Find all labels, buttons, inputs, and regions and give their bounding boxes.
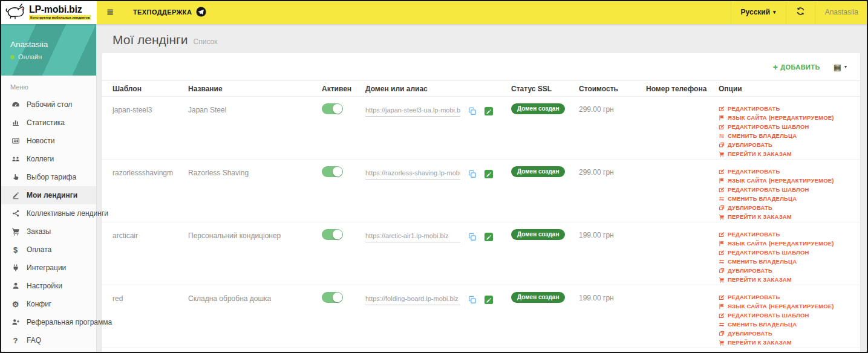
option-label: ДУБЛИРОВАТЬ (728, 330, 772, 337)
edit-domain-icon[interactable] (485, 170, 493, 178)
sidebar-item-payment[interactable]: $ Оплата (0, 241, 96, 259)
row-template: red (113, 285, 188, 348)
option-edit-template[interactable]: РЕДАКТИРОВАТЬ ШАБЛОН (719, 248, 849, 257)
option-edit[interactable]: РЕДАКТИРОВАТЬ (719, 167, 849, 176)
option-duplicate[interactable]: ДУБЛИРОВАТЬ (719, 266, 849, 275)
option-go-to-orders[interactable]: ПЕРЕЙТИ К ЗАКАЗАМ (719, 275, 849, 284)
option-edit[interactable]: РЕДАКТИРОВАТЬ (719, 230, 849, 239)
add-button[interactable]: + ДОБАВИТЬ (773, 62, 820, 72)
sidebar-item-referral[interactable]: Реферальная программа (0, 313, 96, 331)
sidebar-item-news[interactable]: Новости (0, 132, 96, 150)
language-dropdown[interactable]: Русский ▾ (731, 0, 786, 24)
option-edit[interactable]: РЕДАКТИРОВАТЬ (719, 293, 849, 302)
sidebar-item-faq[interactable]: ? FAQ (0, 331, 96, 349)
active-toggle[interactable] (322, 292, 343, 303)
sidebar-item-integrations[interactable]: Интеграции (0, 259, 96, 277)
table-view-dropdown[interactable]: ▦ ▾ (834, 62, 847, 72)
table-row: red Складна обробна дошка Домен создан (102, 285, 860, 348)
chevron-down-icon: ▾ (773, 9, 776, 15)
domain-input[interactable] (365, 103, 460, 117)
option-change-owner[interactable]: СМЕНИТЬ ВЛАДЕЛЬЦА (719, 257, 849, 266)
option-edit-template[interactable]: РЕДАКТИРОВАТЬ ШАБЛОН (719, 311, 849, 320)
sidebar-item-config[interactable]: ⚙ Конфиг (0, 295, 96, 313)
col-ssl-status: Статус SSL (511, 85, 579, 93)
sidebar-item-dashboard[interactable]: Рабочий стол (0, 96, 96, 114)
edit-template-icon (719, 124, 725, 130)
active-toggle[interactable] (322, 166, 343, 177)
copy-domain-icon[interactable] (468, 170, 477, 178)
option-go-to-orders[interactable]: ПЕРЕЙТИ К ЗАКАЗАМ (719, 212, 849, 221)
add-button-label: ДОБАВИТЬ (780, 63, 820, 71)
language-flag-icon (719, 303, 725, 309)
domain-input[interactable] (365, 166, 460, 180)
user-plus-icon (10, 318, 21, 326)
duplicate-icon (719, 331, 725, 337)
edit-domain-icon[interactable] (485, 296, 493, 304)
topbar-username[interactable]: Anastasiia (815, 0, 868, 24)
option-label: ПЕРЕЙТИ К ЗАКАЗАМ (728, 151, 792, 157)
table-row: clothes and shoes Чоловічі кросівки Дом (102, 348, 860, 353)
sidebar-user-status: Онлайн (10, 53, 96, 60)
copy-domain-icon[interactable] (468, 107, 477, 115)
sidebar-item-logout[interactable]: Выйти (0, 349, 96, 353)
col-active: Активен (322, 85, 365, 93)
option-duplicate[interactable]: ДУБЛИРОВАТЬ (719, 329, 849, 338)
table-body: japan-steel3 Japan Steel Домен создан (102, 97, 860, 353)
copy-domain-icon[interactable] (468, 233, 477, 241)
sidebar-item-colleagues[interactable]: Коллеги (0, 150, 96, 168)
sidebar-item-orders[interactable]: Заказы (0, 222, 96, 241)
option-duplicate[interactable]: ДУБЛИРОВАТЬ (719, 203, 849, 212)
option-edit-template[interactable]: РЕДАКТИРОВАТЬ ШАБЛОН (719, 122, 849, 131)
support-button[interactable]: ТЕХПОДДЕРЖКА (123, 0, 216, 24)
sidebar-item-my-landings[interactable]: Мои лендинги (0, 186, 96, 204)
sidebar-item-collective-landings[interactable]: Коллективные лендинги (0, 204, 96, 222)
domain-input[interactable] (365, 291, 460, 305)
support-label: ТЕХПОДДЕРЖКА (133, 8, 192, 16)
question-icon: ? (10, 336, 21, 345)
option-change-owner[interactable]: СМЕНИТЬ ВЛАДЕЛЬЦА (719, 320, 849, 329)
option-label: ПЕРЕЙТИ К ЗАКАЗАМ (728, 213, 792, 220)
refresh-button[interactable] (786, 0, 815, 24)
option-edit-template[interactable]: РЕДАКТИРОВАТЬ ШАБЛОН (719, 185, 849, 194)
sidebar-item-tariff[interactable]: Выбор тарифа (0, 168, 96, 186)
option-label: РЕДАКТИРОВАТЬ ШАБЛОН (728, 186, 809, 193)
row-name: Чоловічі кросівки (188, 348, 322, 353)
option-duplicate[interactable]: ДУБЛИРОВАТЬ (719, 140, 849, 149)
active-toggle[interactable] (322, 103, 343, 114)
domain-input[interactable] (365, 228, 460, 242)
option-label: СМЕНИТЬ ВЛАДЕЛЬЦА (728, 321, 797, 328)
logo[interactable]: LP-mobi.biz Конструктор мобильных лендин… (0, 0, 97, 24)
edit-template-icon (719, 313, 725, 319)
option-label: РЕДАКТИРОВАТЬ (728, 105, 780, 112)
option-label: ЯЗЫК САЙТА (НЕРЕДАКТИРУЕМОЕ) (728, 240, 834, 247)
sidebar-item-settings[interactable]: Настройки (0, 277, 96, 295)
orders-cart-icon (719, 151, 725, 157)
edit-domain-icon[interactable] (485, 233, 493, 241)
option-change-owner[interactable]: СМЕНИТЬ ВЛАДЕЛЬЦА (719, 194, 849, 203)
row-name: Складна обробна дошка (188, 285, 322, 348)
edit-domain-icon[interactable] (485, 107, 493, 115)
option-change-owner[interactable]: СМЕНИТЬ ВЛАДЕЛЬЦА (719, 131, 849, 140)
col-cost: Стоимость (579, 85, 646, 93)
ssl-status-badge: Домен создан (511, 229, 565, 240)
language-flag-icon (719, 115, 725, 121)
duplicate-icon (719, 142, 725, 148)
option-edit[interactable]: РЕДАКТИРОВАТЬ (719, 104, 849, 113)
sidebar-user-name: Anastasiia (10, 40, 96, 49)
table-row: razorlessshavingm Razorless Shaving Дом (102, 160, 860, 222)
online-status-dot (10, 55, 15, 59)
ssl-status-badge: Домен создан (511, 292, 565, 303)
sidebar-item-statistics[interactable]: Статистика (0, 114, 96, 132)
table-header: Шаблон Название Активен Домен или алиас … (102, 80, 860, 97)
option-site-language[interactable]: ЯЗЫК САЙТА (НЕРЕДАКТИРУЕМОЕ) (719, 176, 849, 185)
language-flag-icon (719, 241, 725, 247)
option-site-language[interactable]: ЯЗЫК САЙТА (НЕРЕДАКТИРУЕМОЕ) (719, 302, 849, 311)
hamburger-menu-icon[interactable]: ≡ (97, 5, 123, 19)
row-template: razorlessshavingm (113, 160, 188, 222)
option-go-to-orders[interactable]: ПЕРЕЙТИ К ЗАКАЗАМ (719, 149, 849, 158)
copy-domain-icon[interactable] (468, 296, 477, 304)
option-go-to-orders[interactable]: ПЕРЕЙТИ К ЗАКАЗАМ (719, 338, 849, 347)
option-site-language[interactable]: ЯЗЫК САЙТА (НЕРЕДАКТИРУЕМОЕ) (719, 113, 849, 122)
option-site-language[interactable]: ЯЗЫК САЙТА (НЕРЕДАКТИРУЕМОЕ) (719, 239, 849, 248)
active-toggle[interactable] (322, 229, 343, 240)
